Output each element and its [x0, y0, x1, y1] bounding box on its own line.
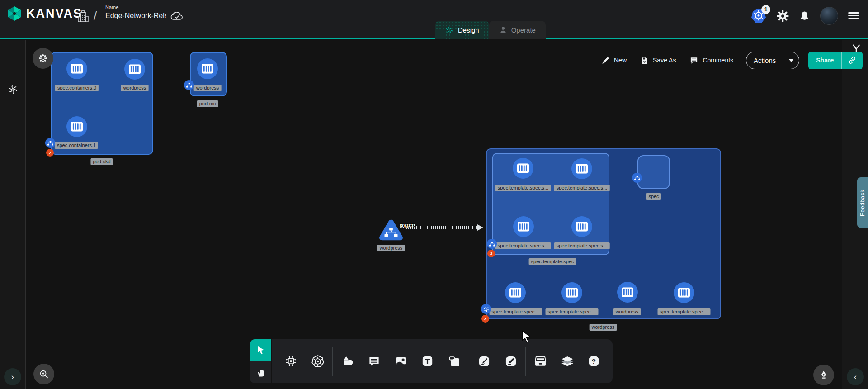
node-label: spec.template.spec....	[546, 308, 599, 315]
actions-split-button[interactable]: Actions	[746, 52, 799, 69]
node-label: spec.template.spec....	[658, 308, 711, 315]
container-icon	[576, 222, 588, 232]
container-node-template-3[interactable]	[571, 216, 592, 237]
service-edge[interactable]	[406, 226, 478, 229]
components-tool-button[interactable]	[278, 345, 304, 378]
user-avatar[interactable]	[820, 7, 838, 25]
tab-operate[interactable]: Operate	[489, 21, 546, 39]
group-label-wordpress: wordpress	[590, 324, 617, 331]
relationship-badge[interactable]	[184, 80, 194, 90]
node-label: spec.template.spec.s...	[495, 185, 551, 191]
collapse-right-panel-button[interactable]: ‹	[847, 368, 864, 385]
layers-tool-button[interactable]	[554, 345, 580, 378]
container-node-spec-containers-0[interactable]	[66, 58, 87, 79]
container-icon	[518, 222, 529, 232]
issue-count-badge[interactable]: 3	[481, 315, 489, 323]
save-as-button[interactable]: Save As	[637, 53, 679, 67]
pan-tool-button[interactable]	[250, 361, 271, 384]
save-as-button-label: Save As	[653, 57, 676, 64]
container-icon	[71, 122, 83, 132]
tab-operate-label: Operate	[511, 26, 536, 34]
container-node-bottom-0[interactable]	[505, 282, 526, 303]
container-icon	[71, 64, 83, 74]
share-split-button[interactable]: Share	[808, 52, 863, 69]
notifications-bell-icon[interactable]	[799, 10, 810, 22]
node-label: wordpress	[194, 85, 222, 91]
spec-node[interactable]	[637, 155, 670, 189]
question-icon: ?	[588, 355, 600, 367]
container-icon	[576, 164, 588, 174]
shapes-tool-button[interactable]	[334, 345, 361, 378]
service-node-label: wordpress	[377, 245, 405, 251]
kanvas-logo[interactable]: KANVAS	[6, 5, 82, 22]
container-node-wordpress[interactable]	[197, 58, 218, 79]
select-tool-button[interactable]	[250, 339, 271, 361]
kanvas-app: KANVAS / Name Design	[0, 0, 868, 389]
note-tool-button[interactable]	[441, 345, 467, 378]
issue-count-badge[interactable]: 2	[46, 149, 54, 157]
container-node-bottom-1[interactable]	[561, 282, 582, 303]
expand-left-panel-button[interactable]: ›	[4, 368, 21, 385]
kubernetes-context-button[interactable]: 1	[750, 8, 767, 24]
design-history-spiral-icon[interactable]	[8, 84, 18, 95]
actions-dropdown-arrow[interactable]	[783, 52, 799, 69]
cursor-arrow-icon	[256, 345, 266, 355]
layers-icon	[561, 355, 574, 368]
edge-arrowhead-icon	[477, 224, 483, 231]
pen-nib-icon	[819, 370, 829, 380]
group-label-spec-template-spec: spec.template.spec	[529, 258, 576, 265]
container-node-template-2[interactable]	[513, 216, 534, 237]
container-node-template-0[interactable]	[513, 158, 533, 179]
container-node-wordpress[interactable]	[124, 59, 145, 80]
actions-button-label[interactable]: Actions	[746, 52, 783, 69]
kubernetes-tool-button[interactable]	[304, 345, 331, 378]
relationship-badge[interactable]	[487, 239, 497, 249]
shapes-icon	[341, 355, 354, 368]
collapsed-node-flower-button[interactable]	[33, 48, 53, 69]
feedback-tab[interactable]: Feedback	[857, 177, 868, 228]
container-node-template-1[interactable]	[571, 158, 592, 179]
issue-count-badge[interactable]: 3	[487, 250, 495, 257]
node-label: spec.template.spec.s...	[554, 185, 610, 191]
ink-pen-button[interactable]	[813, 365, 834, 385]
settings-gear-icon[interactable]	[777, 10, 789, 22]
name-field-label: Name	[105, 5, 166, 10]
drawer-tool-button[interactable]	[527, 345, 554, 378]
share-button-label[interactable]: Share	[808, 52, 841, 69]
meshery-swirl-badge[interactable]	[481, 304, 491, 314]
group-label-pod-rcc: pod-rcc	[197, 100, 218, 107]
container-node-spec-containers-1[interactable]	[66, 116, 87, 137]
link-icon	[848, 56, 857, 65]
design-name-input[interactable]	[105, 11, 166, 22]
cloud-saved-icon	[170, 11, 184, 22]
feedback-tab-label: Feedback	[859, 190, 866, 216]
text-tool-button[interactable]	[414, 345, 441, 378]
container-node-bottom-3[interactable]	[674, 282, 694, 303]
image-tool-button[interactable]	[387, 345, 414, 378]
tab-design[interactable]: Design	[435, 21, 489, 39]
node-label: spec.containers.1	[55, 142, 98, 149]
draw-line-tool-button[interactable]	[471, 345, 497, 378]
container-icon	[678, 288, 690, 298]
zoom-button[interactable]	[33, 364, 54, 384]
relationship-badge[interactable]	[45, 138, 55, 148]
comment-tool-button[interactable]	[361, 345, 387, 378]
container-node-bottom-2[interactable]	[617, 282, 638, 303]
operate-person-icon	[499, 26, 507, 34]
help-tool-button[interactable]: ?	[580, 345, 607, 378]
node-label: spec.template.spec.s...	[554, 242, 610, 249]
left-rail: ›	[0, 40, 26, 389]
relationship-badge[interactable]	[632, 173, 642, 183]
comments-button-label: Comments	[703, 57, 733, 64]
service-node-wordpress[interactable]	[378, 218, 404, 243]
node-label: spec.template.spec.s...	[495, 242, 551, 249]
copy-link-button[interactable]	[841, 52, 863, 69]
new-pencil-icon	[601, 56, 610, 65]
brand-wordmark: KANVAS	[26, 7, 82, 21]
comments-button[interactable]: Comments	[686, 53, 737, 67]
drawer-archive-icon	[534, 355, 547, 368]
menu-hamburger-icon[interactable]	[848, 12, 859, 19]
freehand-draw-tool-button[interactable]	[497, 345, 524, 378]
new-button[interactable]: New	[598, 53, 630, 67]
organization-building-icon[interactable]	[77, 10, 89, 23]
